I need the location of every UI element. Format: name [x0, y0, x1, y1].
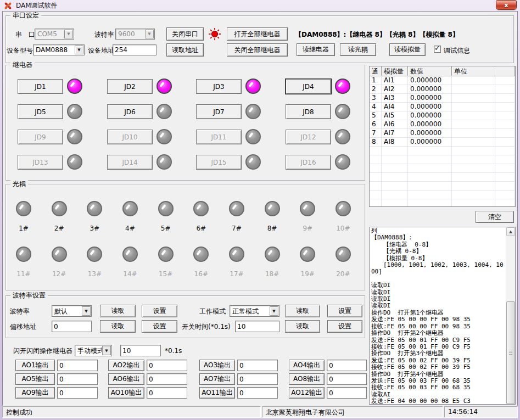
ao11-output-button[interactable]: AO11输出 [199, 387, 235, 399]
ao1-value-input[interactable] [57, 360, 98, 371]
relay-button-jd6[interactable]: JD6 [107, 104, 153, 119]
table-header-value[interactable]: 数值 [408, 66, 452, 76]
opto-led-7 [229, 201, 244, 216]
ao5-output-button[interactable]: AO5输出 [15, 373, 55, 385]
work-mode-combo[interactable]: 正常模式 ▼ [230, 305, 279, 317]
table-header-unit[interactable]: 单位 [452, 66, 495, 76]
clear-log-button[interactable]: 清空 [476, 211, 514, 223]
relay-led-12 [335, 129, 350, 144]
table-row[interactable]: 4AI40.000000 [370, 103, 515, 111]
log-scrollbar[interactable]: ▲ [506, 227, 515, 404]
table-row[interactable]: 6AI60.000000 [370, 120, 515, 129]
switch-time-input[interactable] [235, 321, 279, 332]
read-address-button[interactable]: 读取地址 [166, 43, 204, 57]
relay-button-jd8[interactable]: JD8 [286, 104, 331, 119]
close-serial-button[interactable]: 关闭串口 [166, 27, 204, 41]
baud-combo[interactable]: 9600 ▼ [115, 29, 155, 40]
ao3-output-button[interactable]: AO3输出 [199, 360, 235, 371]
model-combo[interactable]: DAM0888 ▼ [33, 44, 85, 55]
close-button[interactable]: x [496, 0, 517, 10]
table-row[interactable]: 7AI70.000000 [370, 129, 515, 138]
opto-label: 7# [232, 225, 242, 232]
offset-read-button[interactable]: 读取 [100, 320, 136, 333]
ao4-output-button[interactable]: AO4输出 [289, 360, 325, 371]
ao4-value-input[interactable] [327, 360, 367, 371]
opto-label: 6# [196, 225, 206, 232]
table-header-analog[interactable]: 模拟量 [382, 66, 408, 76]
ao8-output-button[interactable]: AO8输出 [289, 373, 325, 385]
debug-info-checkbox[interactable]: ✓ [434, 46, 441, 53]
offset-set-button[interactable]: 设置 [142, 320, 177, 333]
read-relays-button[interactable]: 读继电器 [297, 43, 335, 56]
analog-table: 通 模拟量 数值 单位 1AI10.000000 2AI20.000000 3A… [369, 66, 516, 207]
table-row[interactable]: 3AI30.000000 [370, 94, 515, 103]
ao10-value-input[interactable] [147, 387, 187, 399]
ao3-value-input[interactable] [237, 360, 278, 371]
table-row-empty [370, 164, 515, 173]
ao1-output-button[interactable]: AO1输出 [15, 360, 55, 371]
address-input[interactable] [113, 44, 156, 55]
ao6-value-input[interactable] [147, 373, 187, 385]
table-header-channel[interactable]: 通 [370, 66, 382, 76]
opto-led-4 [122, 201, 138, 216]
relay-button-jd3[interactable]: JD3 [196, 79, 242, 94]
flash-time-input[interactable] [120, 345, 161, 356]
ao9-value-input[interactable] [57, 387, 98, 399]
table-row[interactable]: 1AI10.000000 [370, 76, 515, 85]
switch-time-set-button[interactable]: 设置 [327, 320, 362, 333]
relay-button-jd4[interactable]: JD4 [286, 79, 331, 94]
relay-button-jd10: JD10 [107, 130, 153, 144]
ao12-output-button[interactable]: AO12输出 [289, 387, 325, 399]
opto-label: 10# [336, 225, 350, 232]
relay-button-jd2[interactable]: JD2 [107, 79, 153, 94]
port-combo[interactable]: COM5 ▼ [35, 29, 74, 40]
read-analog-button[interactable]: 读模拟量 [389, 43, 426, 56]
table-row[interactable]: 8AI80.000000 [370, 138, 515, 147]
baud-read-button[interactable]: 读取 [100, 305, 136, 317]
device-info-text: 【DAM0888】:【继电器 8】【光耦 8】【模拟量 8】 [295, 31, 459, 38]
log-output[interactable]: 列 【DAM0888】: 【继电器 0-8】 【光耦 0-8】 【模拟量 0-8… [371, 228, 505, 405]
ao6-output-button[interactable]: AO6输出 [108, 373, 144, 385]
ao8-value-input[interactable] [327, 373, 367, 385]
flash-mode-combo[interactable]: 手动模式 ▼ [75, 345, 112, 356]
close-all-relays-button[interactable]: 关闭全部继电器 [227, 43, 288, 57]
opto-led-11 [16, 247, 31, 262]
scroll-up-icon[interactable]: ▲ [506, 227, 515, 236]
work-mode-read-button[interactable]: 读取 [285, 305, 320, 317]
relay-led-10 [156, 129, 172, 144]
baud-rate-label: 波特率 [10, 307, 30, 315]
relay-group-title: 继电器 [10, 61, 35, 69]
offset-address-input[interactable] [52, 321, 92, 332]
app-icon [4, 2, 12, 10]
ao5-value-input[interactable] [57, 373, 98, 385]
baud-rate-combo[interactable]: 默认 ▼ [52, 305, 92, 317]
table-header-extra[interactable] [495, 66, 515, 76]
relay-led-14 [156, 154, 172, 170]
relay-button-jd7[interactable]: JD7 [196, 104, 242, 119]
ao10-output-button[interactable]: AO10输出 [108, 387, 144, 399]
ao7-output-button[interactable]: AO7输出 [199, 373, 235, 385]
ao11-value-input[interactable] [237, 387, 278, 399]
relay-button-jd5[interactable]: JD5 [18, 104, 63, 119]
read-opto-button[interactable]: 读光耦 [340, 43, 376, 56]
table-row[interactable]: 2AI20.000000 [370, 85, 515, 94]
baud-set-button[interactable]: 设置 [142, 305, 177, 317]
table-row-empty [370, 191, 515, 199]
analog-table-header: 通 模拟量 数值 单位 [370, 66, 515, 76]
opto-label: 20# [336, 270, 350, 278]
chevron-down-icon: ▼ [270, 306, 278, 316]
open-all-relays-button[interactable]: 打开全部继电器 [227, 27, 288, 41]
relay-button-jd14: JD14 [107, 155, 153, 170]
ao12-value-input[interactable] [327, 387, 367, 399]
table-row-empty [370, 182, 515, 191]
table-row[interactable]: 5AI50.000000 [370, 111, 515, 120]
ao2-value-input[interactable] [147, 360, 187, 371]
scroll-thumb[interactable] [506, 301, 515, 404]
ao2-output-button[interactable]: AO2输出 [108, 360, 144, 371]
log-panel: 列 【DAM0888】: 【继电器 0-8】 【光耦 0-8】 【模拟量 0-8… [369, 227, 516, 405]
ao7-value-input[interactable] [237, 373, 278, 385]
ao9-output-button[interactable]: AO9输出 [15, 387, 55, 399]
work-mode-set-button[interactable]: 设置 [327, 305, 362, 317]
switch-time-read-button[interactable]: 读取 [285, 320, 320, 333]
relay-button-jd1[interactable]: JD1 [18, 79, 63, 94]
